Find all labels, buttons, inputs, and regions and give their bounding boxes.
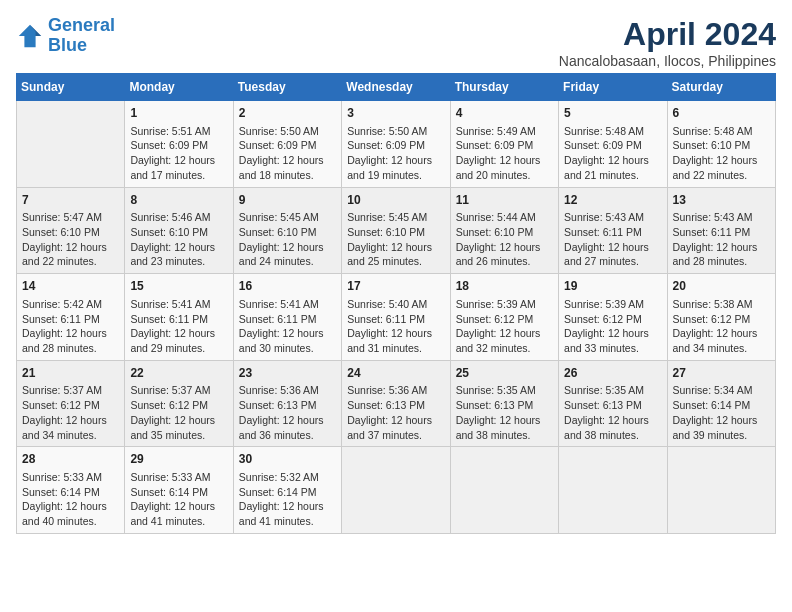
calendar-cell: 3Sunrise: 5:50 AMSunset: 6:09 PMDaylight…	[342, 101, 450, 188]
day-number: 6	[673, 105, 770, 122]
logo: General Blue	[16, 16, 115, 56]
calendar-cell: 21Sunrise: 5:37 AMSunset: 6:12 PMDayligh…	[17, 360, 125, 447]
calendar-cell: 1Sunrise: 5:51 AMSunset: 6:09 PMDaylight…	[125, 101, 233, 188]
calendar-cell	[559, 447, 667, 534]
calendar-header-day: Sunday	[17, 74, 125, 101]
calendar-cell: 28Sunrise: 5:33 AMSunset: 6:14 PMDayligh…	[17, 447, 125, 534]
day-number: 4	[456, 105, 553, 122]
calendar-cell: 29Sunrise: 5:33 AMSunset: 6:14 PMDayligh…	[125, 447, 233, 534]
calendar-cell: 2Sunrise: 5:50 AMSunset: 6:09 PMDaylight…	[233, 101, 341, 188]
calendar-cell	[342, 447, 450, 534]
day-number: 14	[22, 278, 119, 295]
day-info: Sunrise: 5:36 AMSunset: 6:13 PMDaylight:…	[239, 383, 336, 442]
calendar-week-row: 28Sunrise: 5:33 AMSunset: 6:14 PMDayligh…	[17, 447, 776, 534]
day-number: 25	[456, 365, 553, 382]
title-block: April 2024 Nancalobasaan, Ilocos, Philip…	[559, 16, 776, 69]
day-info: Sunrise: 5:44 AMSunset: 6:10 PMDaylight:…	[456, 210, 553, 269]
day-info: Sunrise: 5:45 AMSunset: 6:10 PMDaylight:…	[239, 210, 336, 269]
day-info: Sunrise: 5:37 AMSunset: 6:12 PMDaylight:…	[22, 383, 119, 442]
day-number: 8	[130, 192, 227, 209]
calendar-body: 1Sunrise: 5:51 AMSunset: 6:09 PMDaylight…	[17, 101, 776, 534]
calendar-cell: 17Sunrise: 5:40 AMSunset: 6:11 PMDayligh…	[342, 274, 450, 361]
calendar-cell: 5Sunrise: 5:48 AMSunset: 6:09 PMDaylight…	[559, 101, 667, 188]
calendar-cell: 16Sunrise: 5:41 AMSunset: 6:11 PMDayligh…	[233, 274, 341, 361]
day-info: Sunrise: 5:41 AMSunset: 6:11 PMDaylight:…	[239, 297, 336, 356]
day-number: 5	[564, 105, 661, 122]
day-number: 10	[347, 192, 444, 209]
day-info: Sunrise: 5:43 AMSunset: 6:11 PMDaylight:…	[564, 210, 661, 269]
calendar-cell	[667, 447, 775, 534]
location-title: Nancalobasaan, Ilocos, Philippines	[559, 53, 776, 69]
day-info: Sunrise: 5:34 AMSunset: 6:14 PMDaylight:…	[673, 383, 770, 442]
day-number: 2	[239, 105, 336, 122]
day-info: Sunrise: 5:39 AMSunset: 6:12 PMDaylight:…	[564, 297, 661, 356]
calendar-cell: 6Sunrise: 5:48 AMSunset: 6:10 PMDaylight…	[667, 101, 775, 188]
day-info: Sunrise: 5:40 AMSunset: 6:11 PMDaylight:…	[347, 297, 444, 356]
day-info: Sunrise: 5:36 AMSunset: 6:13 PMDaylight:…	[347, 383, 444, 442]
day-number: 7	[22, 192, 119, 209]
calendar-cell: 7Sunrise: 5:47 AMSunset: 6:10 PMDaylight…	[17, 187, 125, 274]
day-number: 19	[564, 278, 661, 295]
day-number: 29	[130, 451, 227, 468]
day-info: Sunrise: 5:50 AMSunset: 6:09 PMDaylight:…	[347, 124, 444, 183]
calendar-week-row: 7Sunrise: 5:47 AMSunset: 6:10 PMDaylight…	[17, 187, 776, 274]
day-number: 30	[239, 451, 336, 468]
calendar-cell: 19Sunrise: 5:39 AMSunset: 6:12 PMDayligh…	[559, 274, 667, 361]
calendar-cell	[17, 101, 125, 188]
day-info: Sunrise: 5:50 AMSunset: 6:09 PMDaylight:…	[239, 124, 336, 183]
calendar-cell: 25Sunrise: 5:35 AMSunset: 6:13 PMDayligh…	[450, 360, 558, 447]
day-info: Sunrise: 5:33 AMSunset: 6:14 PMDaylight:…	[130, 470, 227, 529]
day-info: Sunrise: 5:42 AMSunset: 6:11 PMDaylight:…	[22, 297, 119, 356]
calendar-cell: 30Sunrise: 5:32 AMSunset: 6:14 PMDayligh…	[233, 447, 341, 534]
calendar-header-day: Monday	[125, 74, 233, 101]
calendar-header-day: Tuesday	[233, 74, 341, 101]
calendar-cell: 4Sunrise: 5:49 AMSunset: 6:09 PMDaylight…	[450, 101, 558, 188]
day-number: 16	[239, 278, 336, 295]
calendar-header-day: Saturday	[667, 74, 775, 101]
calendar-cell: 20Sunrise: 5:38 AMSunset: 6:12 PMDayligh…	[667, 274, 775, 361]
calendar-cell	[450, 447, 558, 534]
day-number: 17	[347, 278, 444, 295]
calendar-cell: 9Sunrise: 5:45 AMSunset: 6:10 PMDaylight…	[233, 187, 341, 274]
day-info: Sunrise: 5:48 AMSunset: 6:10 PMDaylight:…	[673, 124, 770, 183]
day-number: 11	[456, 192, 553, 209]
calendar-cell: 13Sunrise: 5:43 AMSunset: 6:11 PMDayligh…	[667, 187, 775, 274]
day-info: Sunrise: 5:43 AMSunset: 6:11 PMDaylight:…	[673, 210, 770, 269]
calendar-cell: 22Sunrise: 5:37 AMSunset: 6:12 PMDayligh…	[125, 360, 233, 447]
calendar-week-row: 1Sunrise: 5:51 AMSunset: 6:09 PMDaylight…	[17, 101, 776, 188]
calendar-cell: 10Sunrise: 5:45 AMSunset: 6:10 PMDayligh…	[342, 187, 450, 274]
calendar-cell: 15Sunrise: 5:41 AMSunset: 6:11 PMDayligh…	[125, 274, 233, 361]
calendar-cell: 8Sunrise: 5:46 AMSunset: 6:10 PMDaylight…	[125, 187, 233, 274]
calendar-table: SundayMondayTuesdayWednesdayThursdayFrid…	[16, 73, 776, 534]
day-info: Sunrise: 5:46 AMSunset: 6:10 PMDaylight:…	[130, 210, 227, 269]
calendar-cell: 12Sunrise: 5:43 AMSunset: 6:11 PMDayligh…	[559, 187, 667, 274]
calendar-header-day: Wednesday	[342, 74, 450, 101]
day-info: Sunrise: 5:39 AMSunset: 6:12 PMDaylight:…	[456, 297, 553, 356]
calendar-cell: 24Sunrise: 5:36 AMSunset: 6:13 PMDayligh…	[342, 360, 450, 447]
calendar-cell: 26Sunrise: 5:35 AMSunset: 6:13 PMDayligh…	[559, 360, 667, 447]
page-header: General Blue April 2024 Nancalobasaan, I…	[16, 16, 776, 69]
calendar-cell: 18Sunrise: 5:39 AMSunset: 6:12 PMDayligh…	[450, 274, 558, 361]
day-info: Sunrise: 5:35 AMSunset: 6:13 PMDaylight:…	[564, 383, 661, 442]
calendar-cell: 11Sunrise: 5:44 AMSunset: 6:10 PMDayligh…	[450, 187, 558, 274]
day-number: 18	[456, 278, 553, 295]
day-number: 27	[673, 365, 770, 382]
day-info: Sunrise: 5:47 AMSunset: 6:10 PMDaylight:…	[22, 210, 119, 269]
calendar-header-day: Friday	[559, 74, 667, 101]
calendar-week-row: 21Sunrise: 5:37 AMSunset: 6:12 PMDayligh…	[17, 360, 776, 447]
day-info: Sunrise: 5:35 AMSunset: 6:13 PMDaylight:…	[456, 383, 553, 442]
logo-icon	[16, 22, 44, 50]
day-info: Sunrise: 5:38 AMSunset: 6:12 PMDaylight:…	[673, 297, 770, 356]
day-number: 21	[22, 365, 119, 382]
calendar-header-day: Thursday	[450, 74, 558, 101]
calendar-cell: 14Sunrise: 5:42 AMSunset: 6:11 PMDayligh…	[17, 274, 125, 361]
day-info: Sunrise: 5:51 AMSunset: 6:09 PMDaylight:…	[130, 124, 227, 183]
day-number: 3	[347, 105, 444, 122]
day-info: Sunrise: 5:48 AMSunset: 6:09 PMDaylight:…	[564, 124, 661, 183]
day-number: 1	[130, 105, 227, 122]
day-info: Sunrise: 5:33 AMSunset: 6:14 PMDaylight:…	[22, 470, 119, 529]
logo-text: General Blue	[48, 16, 115, 56]
day-number: 15	[130, 278, 227, 295]
day-number: 22	[130, 365, 227, 382]
day-number: 24	[347, 365, 444, 382]
